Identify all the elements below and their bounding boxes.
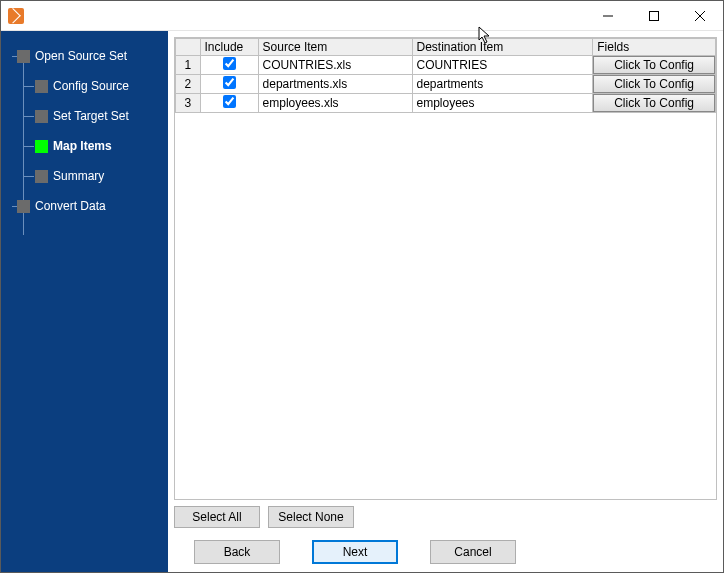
row-number: 1 xyxy=(176,56,201,75)
include-checkbox[interactable] xyxy=(223,95,236,108)
main-panel: Include Source Item Destination Item Fie… xyxy=(168,31,723,572)
col-header-rownum xyxy=(176,39,201,56)
step-box-icon xyxy=(17,200,30,213)
wizard-step-summary[interactable]: Summary xyxy=(1,161,168,191)
select-none-button[interactable]: Select None xyxy=(268,506,354,528)
wizard-nav-bar: Back Next Cancel xyxy=(174,528,717,564)
cell-source-item[interactable]: departments.xls xyxy=(258,75,412,94)
include-checkbox[interactable] xyxy=(223,76,236,89)
step-label: Map Items xyxy=(53,139,112,153)
app-icon xyxy=(8,8,24,24)
col-header-source[interactable]: Source Item xyxy=(258,39,412,56)
step-box-icon xyxy=(35,140,48,153)
cell-destination-item[interactable]: departments xyxy=(412,75,593,94)
col-header-include[interactable]: Include xyxy=(200,39,258,56)
mapping-table: Include Source Item Destination Item Fie… xyxy=(175,38,716,113)
click-to-config-button[interactable]: Click To Config xyxy=(593,94,715,112)
table-row[interactable]: 3employees.xlsemployeesClick To Config xyxy=(176,94,716,113)
wizard-sidebar: Open Source SetConfig SourceSet Target S… xyxy=(1,31,168,572)
row-number: 3 xyxy=(176,94,201,113)
step-label: Config Source xyxy=(53,79,129,93)
wizard-step-open-source-set[interactable]: Open Source Set xyxy=(1,41,168,71)
close-icon xyxy=(695,11,705,21)
maximize-icon xyxy=(649,11,659,21)
click-to-config-button[interactable]: Click To Config xyxy=(593,56,715,74)
minimize-icon xyxy=(603,11,613,21)
wizard-steps-tree: Open Source SetConfig SourceSet Target S… xyxy=(1,41,168,221)
include-checkbox[interactable] xyxy=(223,57,236,70)
step-label: Convert Data xyxy=(35,199,106,213)
wizard-step-config-source[interactable]: Config Source xyxy=(1,71,168,101)
wizard-step-map-items[interactable]: Map Items xyxy=(1,131,168,161)
step-box-icon xyxy=(35,80,48,93)
col-header-fields[interactable]: Fields xyxy=(593,39,716,56)
app-window: Open Source SetConfig SourceSet Target S… xyxy=(0,0,724,573)
close-button[interactable] xyxy=(677,1,723,30)
cell-destination-item[interactable]: employees xyxy=(412,94,593,113)
svg-rect-1 xyxy=(650,11,659,20)
cell-include xyxy=(200,94,258,113)
row-number: 2 xyxy=(176,75,201,94)
click-to-config-button[interactable]: Click To Config xyxy=(593,75,715,93)
col-header-dest[interactable]: Destination Item xyxy=(412,39,593,56)
wizard-step-set-target-set[interactable]: Set Target Set xyxy=(1,101,168,131)
wizard-step-convert-data[interactable]: Convert Data xyxy=(1,191,168,221)
cancel-button[interactable]: Cancel xyxy=(430,540,516,564)
cell-fields: Click To Config xyxy=(593,94,716,113)
minimize-button[interactable] xyxy=(585,1,631,30)
maximize-button[interactable] xyxy=(631,1,677,30)
cell-include xyxy=(200,56,258,75)
cell-include xyxy=(200,75,258,94)
step-label: Set Target Set xyxy=(53,109,129,123)
step-box-icon xyxy=(35,170,48,183)
cell-source-item[interactable]: employees.xls xyxy=(258,94,412,113)
cell-destination-item[interactable]: COUNTRIES xyxy=(412,56,593,75)
table-row[interactable]: 1COUNTRIES.xlsCOUNTRIESClick To Config xyxy=(176,56,716,75)
back-button[interactable]: Back xyxy=(194,540,280,564)
cell-fields: Click To Config xyxy=(593,75,716,94)
body: Open Source SetConfig SourceSet Target S… xyxy=(1,31,723,572)
select-all-button[interactable]: Select All xyxy=(174,506,260,528)
table-row[interactable]: 2departments.xlsdepartmentsClick To Conf… xyxy=(176,75,716,94)
step-box-icon xyxy=(17,50,30,63)
cell-source-item[interactable]: COUNTRIES.xls xyxy=(258,56,412,75)
step-label: Summary xyxy=(53,169,104,183)
step-label: Open Source Set xyxy=(35,49,127,63)
mapping-table-container: Include Source Item Destination Item Fie… xyxy=(174,37,717,500)
selection-toolbar: Select All Select None xyxy=(174,500,717,528)
cell-fields: Click To Config xyxy=(593,56,716,75)
next-button[interactable]: Next xyxy=(312,540,398,564)
titlebar xyxy=(1,1,723,31)
step-box-icon xyxy=(35,110,48,123)
